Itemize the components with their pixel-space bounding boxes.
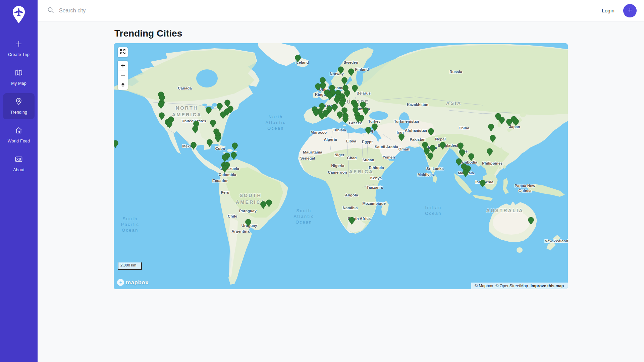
map-label: Russia: [449, 70, 462, 74]
sidebar-item-label: About: [13, 168, 24, 172]
map-label: Philippines: [482, 161, 502, 165]
map-label: Colombia: [219, 173, 236, 177]
map-label: ASIA: [446, 101, 462, 106]
attribution-osm-link[interactable]: © OpenStreetMap: [495, 284, 528, 288]
sidebar-item-label: Create Trip: [8, 52, 30, 57]
sidebar-item-label: World Feed: [8, 139, 30, 143]
app-logo-pin-plane-icon[interactable]: [11, 5, 26, 25]
map-label: Indian: [425, 205, 441, 210]
sidebar-item-label: Trending: [10, 110, 27, 115]
map-label: South: [296, 208, 311, 213]
map-label: Ocean: [296, 220, 312, 225]
sidebar-item-about[interactable]: About: [3, 151, 35, 177]
map-label: Chad: [347, 156, 357, 160]
map-label: Sudan: [362, 158, 374, 162]
compass-button[interactable]: [118, 80, 128, 90]
map-label: Saudi Arabia: [375, 145, 398, 149]
map-label: Egypt: [362, 140, 373, 144]
map-label: Cameroon: [328, 170, 347, 174]
map-label: Algeria: [324, 137, 337, 141]
attribution-mapbox-link[interactable]: © Mapbox: [475, 284, 493, 288]
map-label: Atlantic: [294, 214, 314, 219]
map-label: Senegal: [300, 156, 315, 160]
map-label: Cuba: [215, 146, 225, 150]
map-label: Turkmenistan: [394, 119, 419, 123]
search-bar: [47, 6, 602, 15]
map-label: AMERICA: [172, 112, 202, 117]
map-label: Namibia: [343, 206, 358, 210]
sidebar-item-label: My Map: [11, 81, 26, 86]
map-label: Angola: [345, 193, 359, 197]
map-label: SOUTH: [239, 193, 262, 198]
map-label: North: [268, 115, 283, 119]
sidebar-nav: Create Trip My Map Trending World Feed A…: [0, 34, 38, 178]
map-label: Mauritania: [303, 150, 322, 154]
plus-icon: [627, 7, 633, 14]
mapbox-logo[interactable]: ✦ mapbox: [117, 279, 149, 286]
map-icon: [15, 69, 23, 78]
map-label: Belarus: [357, 91, 371, 95]
trending-cities-map[interactable]: CanadaUnited StatesMexicoCubaVenezuelaCo…: [114, 43, 568, 289]
home-icon: [15, 126, 23, 136]
map-label: Sri Lanka: [426, 167, 444, 171]
map-label: Pacific: [121, 222, 139, 227]
map-label: Pakistan: [410, 137, 425, 141]
map-label: Ocean: [267, 126, 284, 131]
main-content: Trending Cities: [38, 0, 644, 289]
fullscreen-icon: [120, 49, 126, 56]
sidebar-item-my-map[interactable]: My Map: [3, 64, 35, 90]
sidebar-item-world-feed[interactable]: World Feed: [3, 122, 35, 148]
map-label: Maldives: [418, 173, 434, 177]
map-label: Finland: [355, 67, 369, 71]
map-label: Argentina: [231, 229, 250, 233]
mapbox-logo-icon: ✦: [117, 279, 124, 286]
zoom-out-button[interactable]: [118, 70, 128, 80]
sidebar-item-create-trip[interactable]: Create Trip: [3, 36, 35, 62]
map-label: New Zealand: [545, 239, 568, 243]
map-label: Guinea: [519, 189, 532, 193]
map-label: China: [459, 126, 470, 130]
sidebar: Create Trip My Map Trending World Feed A…: [0, 0, 38, 362]
map-label: NORTH: [176, 105, 198, 111]
map-label: Tanzania: [367, 185, 383, 189]
map-label: Papua New: [515, 184, 535, 188]
pin-icon: [15, 98, 23, 107]
map-label: Niger: [334, 153, 344, 157]
sidebar-item-trending[interactable]: Trending: [3, 93, 35, 119]
page-title: Trending Cities: [114, 28, 568, 39]
map-label: AUSTRALIA: [486, 208, 524, 213]
map-label: Nigeria: [331, 164, 345, 168]
map-label: Turkey: [368, 119, 381, 123]
map-label: Paraguay: [239, 209, 257, 213]
id-card-icon: [15, 155, 23, 165]
map-label: Mozambique: [362, 201, 386, 205]
topbar: Login: [38, 0, 644, 21]
map-label: Ecuador: [212, 179, 228, 183]
map-label: Japan: [509, 125, 520, 129]
map-navigation-control: [118, 61, 128, 90]
fullscreen-button[interactable]: [118, 47, 128, 57]
attribution-improve-link[interactable]: Improve this map: [531, 284, 564, 288]
map-label: Yemen: [382, 155, 395, 159]
map-label: Ocean: [122, 228, 138, 233]
search-input[interactable]: [59, 8, 193, 14]
map-label: Chile: [228, 214, 237, 218]
map-label: Kazakhstan: [407, 103, 428, 107]
map-label: Tunisia: [333, 128, 346, 132]
map-label: Nepal: [435, 137, 445, 141]
map-label: Morocco: [311, 130, 327, 134]
map-label: Atlantic: [266, 120, 286, 125]
map-scale: 2,000 km: [118, 262, 142, 270]
map-label: AFRICA: [349, 169, 374, 174]
plus-icon: [15, 40, 23, 49]
map-label: Afghanistan: [405, 128, 427, 132]
zoom-in-button[interactable]: [118, 61, 128, 70]
search-icon: [47, 6, 54, 15]
map-label: South: [122, 217, 138, 221]
map-label: Greece: [349, 121, 362, 125]
map-label: Peru: [221, 190, 229, 194]
map-label: Oman: [398, 147, 410, 151]
map-label: Ocean: [425, 211, 441, 216]
login-button[interactable]: Login: [602, 8, 614, 14]
add-trip-button[interactable]: [623, 4, 637, 17]
